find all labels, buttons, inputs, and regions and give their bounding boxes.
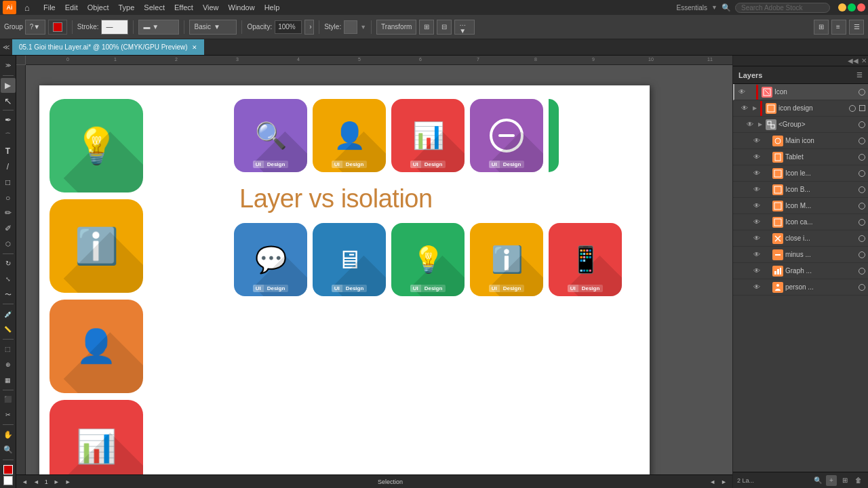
tool-brush[interactable]: ✏ [1,205,16,220]
bottom-nav-left[interactable]: ◄ [709,479,715,485]
footer-search-btn[interactable]: 🔍 [812,475,823,486]
page-nav-right[interactable]: ► [54,479,60,485]
tool-shaper[interactable]: ⬡ [1,237,16,251]
tool-pen[interactable]: ✒ [1,113,16,127]
tab-close-btn[interactable]: ✕ [192,44,197,51]
stroke-swatch[interactable] [3,476,13,485]
tool-hand[interactable]: ✋ [1,427,16,442]
fill-stroke-indicator[interactable] [48,20,67,35]
icon-chart-red[interactable]: 📊 [50,400,143,474]
menu-object[interactable]: Object [83,2,113,13]
footer-arrange-btn[interactable]: ⊞ [840,475,850,486]
panel-list-btn[interactable]: ≡ [831,20,846,35]
layer-eye-iconm[interactable]: 👁 [752,201,762,211]
tool-eyedropper[interactable]: 💉 [1,306,16,321]
tool-scale[interactable]: ⤡ [1,272,16,287]
menu-select[interactable]: Select [140,2,169,13]
layer-eye-iconica[interactable]: 👁 [752,218,762,227]
tool-ellipse[interactable]: ○ [1,190,16,205]
footer-delete-btn[interactable]: 🗑 [853,475,864,486]
tool-rect[interactable]: □ [1,175,16,190]
layer-eye-minus[interactable]: 👁 [752,250,762,260]
icon-person-orange[interactable]: 👤 [50,300,143,393]
layer-item-icon[interactable]: 👁 Icon [733,84,868,100]
essentials-label[interactable]: Essentials [677,4,708,12]
more-btn[interactable]: … ▼ [454,20,475,35]
icon-monitor-teal[interactable]: 🖥 UI Design [313,223,386,296]
layer-eye-graph[interactable]: 👁 [752,266,762,276]
close-button[interactable] [857,3,865,12]
menu-type[interactable]: Type [115,2,139,13]
layer-item-tablet[interactable]: 👁 Tablet [733,149,868,165]
home-icon[interactable]: ⌂ [20,1,34,14]
tool-blend[interactable]: ⬚ [1,342,16,357]
icon-chart-red2[interactable]: 📊 UI Design [391,99,465,172]
icon-tablet-red[interactable]: 📱 UI Design [549,223,622,296]
layer-eye-closei[interactable]: 👁 [752,234,762,243]
tab-nav-left[interactable]: ≪ [3,43,9,51]
minimize-button[interactable] [838,3,846,12]
layer-item-iconm[interactable]: 👁 Icon M... [733,198,868,214]
style-indicator[interactable] [344,20,357,34]
opacity-arrow[interactable]: › [304,20,314,35]
tool-measure[interactable]: 📏 [1,322,16,337]
icon-lightbulb-green2[interactable]: 💡 UI Design [391,223,465,296]
layer-eye-icondesign[interactable]: 👁 [740,104,749,113]
panel-expand[interactable]: ✕ [861,57,867,64]
maximize-button[interactable] [848,3,856,12]
icon-search-purple[interactable]: 🔍 UI Design [234,99,307,172]
layer-item-icondesign[interactable]: 👁 ▶ icon design [733,100,868,117]
layer-eye-tablet[interactable]: 👁 [752,152,762,162]
layer-eye-iconle[interactable]: 👁 [752,169,762,178]
panel-grid-btn[interactable]: ⊞ [814,20,829,35]
page-nav-left2[interactable]: ◄ [33,479,39,485]
mode-selector[interactable]: Basic▼ [189,20,237,35]
layer-item-iconb[interactable]: 👁 Icon B... [733,182,868,198]
layer-item-graph[interactable]: 👁 Graph ... [733,263,868,279]
tool-expand[interactable]: ≫ [1,58,16,73]
menu-view[interactable]: View [199,2,223,13]
layer-arrow-icondesign[interactable]: ▶ [751,104,758,113]
tool-symbol[interactable]: ⊕ [1,357,16,372]
menu-file[interactable]: File [39,2,60,13]
layer-item-closei[interactable]: 👁 close i... [733,230,868,247]
layer-item-minus[interactable]: 👁 minus ... [733,247,868,263]
transform-btn[interactable]: Transform [376,20,416,35]
align-btn[interactable]: ⊞ [419,20,434,35]
icon-lightbulb-green[interactable]: 💡 [50,99,143,192]
tool-slice[interactable]: ✂ [1,407,16,422]
tool-artboard[interactable]: ⬛ [1,392,16,407]
layer-item-mainicon[interactable]: 👁 Main icon [733,133,868,149]
panel-collapse[interactable]: ◀◀ [848,57,859,64]
fill-swatch[interactable] [3,465,13,474]
page-nav-right2[interactable]: ► [65,479,71,485]
search-input[interactable]: Search Adobe Stock [735,3,830,13]
tool-direct-select[interactable]: ↖ [1,94,16,108]
layer-eye-icon[interactable]: 👁 [737,87,747,97]
footer-add-btn[interactable]: + [826,475,837,486]
tool-pencil[interactable]: ✐ [1,221,16,236]
document-tab[interactable]: 05.1 Gioi thieu Layer.ai* @ 100% (CMYK/G… [12,39,204,55]
stroke-color[interactable]: — [101,20,128,35]
panel-menu-icon[interactable]: ☰ [856,71,863,79]
style-arrow[interactable]: ▼ [360,24,366,30]
layer-arrow-group[interactable]: ▶ [757,120,764,129]
group-dropdown[interactable]: ?▼ [25,20,45,35]
layer-eye-group[interactable]: 👁 [745,120,755,129]
tool-rotate[interactable]: ↻ [1,256,16,271]
tool-select[interactable]: ▶ [1,78,16,93]
layer-item-iconle[interactable]: 👁 Icon le... [733,165,868,182]
tool-zoom[interactable]: 🔍 [1,443,16,458]
layer-item-group[interactable]: 👁 ▶ <Group> [733,117,868,133]
variable-width[interactable]: ▬ ▼ [138,20,179,35]
panel-menu-btn[interactable]: ☰ [849,20,864,35]
icon-person-yellow[interactable]: 👤 UI Design [313,99,386,172]
icon-chat-blue[interactable]: 💬 UI Design [234,223,307,296]
tool-column-chart[interactable]: ▦ [1,373,16,388]
menu-effect[interactable]: Effect [170,2,197,13]
tool-type[interactable]: T [1,144,16,159]
tool-warp[interactable]: 〜 [1,287,16,302]
menu-help[interactable]: Help [260,2,284,13]
page-number[interactable]: 1 [45,479,48,485]
menu-window[interactable]: Window [224,2,259,13]
